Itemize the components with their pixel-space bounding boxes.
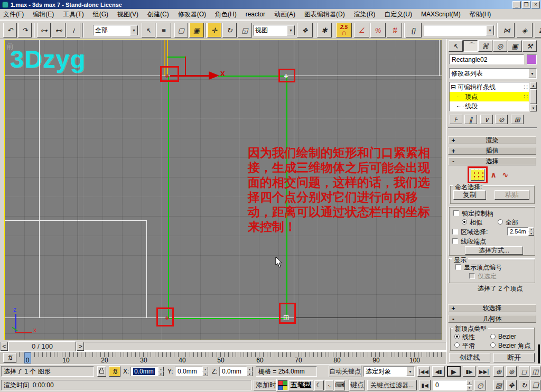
y-spinner[interactable]: ▲▼ — [202, 367, 208, 376]
object-name-field[interactable]: Rectangle02 — [449, 54, 524, 64]
spinner-snap-button[interactable]: ⇅ — [387, 23, 402, 38]
menu-item-character[interactable]: 角色(H) — [215, 10, 237, 19]
ime-fullwidth-moon-icon[interactable]: ☾ — [314, 380, 324, 390]
zoom-region-button[interactable]: ▧ — [493, 380, 504, 390]
menu-item-create[interactable]: 创建(C) — [147, 10, 169, 19]
key-filters-button[interactable]: 关键点过滤器... — [367, 380, 417, 390]
zoom-extents-button[interactable]: ◻ — [519, 366, 529, 377]
all-radio[interactable] — [498, 219, 503, 225]
tab-create[interactable]: ↖ — [449, 40, 463, 52]
reference-coordinate-dropdown[interactable]: 视图 ▼ — [253, 25, 295, 36]
restore-button[interactable]: ❐ — [522, 1, 530, 8]
rollout-geometry[interactable]: - 几何体 — [448, 315, 536, 323]
selection-set-dropdown[interactable]: 选定对象 ▼ — [363, 366, 415, 377]
menu-item-reactor[interactable]: reactor — [246, 11, 265, 18]
auto-key-button[interactable]: 自动关键点 — [329, 366, 361, 377]
modifier-list-dropdown[interactable]: 修改器列表 ▼ — [449, 68, 537, 79]
smooth-radio[interactable] — [454, 342, 460, 348]
go-to-start-button[interactable]: |◀◀ — [417, 366, 430, 377]
menu-item-modifiers[interactable]: 修改器(O) — [178, 10, 206, 19]
spline-subobject-button[interactable]: ∿ — [502, 170, 509, 180]
spin-up-icon[interactable]: ▲ — [467, 380, 472, 385]
alike-radio[interactable] — [462, 219, 467, 225]
area-selection-field[interactable]: 2.54m — [507, 227, 528, 236]
time-configuration-button[interactable]: ◷ — [474, 380, 486, 390]
select-by-name-button[interactable]: ≡ — [156, 23, 171, 38]
panel-scrollbar-thumb[interactable] — [538, 344, 540, 363]
z-coordinate-field[interactable]: 0.0mm — [219, 367, 247, 376]
zoom-button[interactable]: ⊕ — [493, 366, 504, 377]
ime-name-button[interactable]: 五笔型 — [288, 380, 313, 390]
create-line-button[interactable]: 创建线 — [449, 353, 490, 362]
angle-snap-button[interactable]: ∠ — [354, 23, 369, 38]
x-coordinate-field[interactable]: 0.0mm — [130, 367, 158, 376]
menu-item-maxscript[interactable]: MAXScript(M) — [421, 11, 461, 18]
play-button[interactable]: ▶ — [447, 366, 461, 377]
show-end-result-button[interactable]: ∥ — [464, 115, 477, 124]
transform-type-in-toggle[interactable]: ⇅ — [109, 366, 120, 377]
spline-edge-top[interactable] — [218, 76, 287, 77]
redo-button[interactable]: ↷ — [18, 23, 32, 38]
close-button[interactable]: × — [531, 1, 540, 8]
zoom-extents-all-button[interactable]: ◫ — [530, 366, 540, 377]
copy-button[interactable]: 复制 — [453, 190, 486, 200]
snap-toggle-button[interactable]: 2.5 ∩ — [336, 23, 352, 38]
spin-down-icon[interactable]: ▼ — [202, 371, 208, 376]
rollout-interpolation[interactable]: + 插值 — [448, 147, 536, 155]
tab-motion[interactable]: ◎ — [493, 40, 507, 52]
undo-button[interactable]: ↶ — [3, 23, 17, 38]
select-object-button[interactable]: ↖ — [142, 23, 155, 38]
stack-scroll-down[interactable]: ▼ — [530, 105, 537, 111]
tab-utilities[interactable]: ⚒ — [523, 40, 537, 52]
percent-snap-button[interactable]: % — [370, 23, 386, 38]
viewport-front[interactable]: 前 3Dzyg X + + + ⊞ — [4, 40, 442, 340]
paste-button[interactable]: 粘贴 — [495, 190, 529, 200]
select-and-manipulate-button[interactable]: ✱ — [317, 23, 332, 38]
chevron-down-icon[interactable]: ▼ — [528, 69, 536, 78]
frame-spinner[interactable]: ▲▼ — [467, 380, 472, 390]
spin-down-icon[interactable]: ▼ — [528, 231, 534, 236]
menu-item-help[interactable]: 帮助(H) — [470, 10, 491, 19]
select-and-scale-button[interactable]: ◱ — [238, 23, 252, 38]
time-slider-button[interactable]: 0 / 100 — [8, 341, 76, 351]
min-max-toggle-button[interactable]: ❏ — [530, 380, 540, 390]
next-frame-button[interactable]: ▮▶ — [463, 366, 475, 377]
x-spinner[interactable]: ▲▼ — [158, 367, 164, 376]
tab-hierarchy[interactable]: ⌘ — [478, 40, 492, 52]
menu-item-file[interactable]: 文件(F) — [3, 10, 24, 19]
menu-item-edit[interactable]: 编辑(E) — [33, 10, 54, 19]
stack-scrollbar-thumb[interactable] — [530, 89, 537, 104]
break-button[interactable]: 断开 — [493, 353, 535, 362]
configure-stack-button[interactable]: ⊞ — [511, 115, 524, 124]
tab-modify[interactable]: ⌒ — [463, 40, 478, 52]
rectangular-selection-region-button[interactable]: ▢ — [174, 23, 188, 38]
menu-item-rendering[interactable]: 渲染(R) — [354, 10, 376, 19]
selection-lock-toggle[interactable] — [97, 366, 106, 377]
stack-row-segment[interactable]: 线段 — [450, 101, 529, 111]
bind-to-space-warp-button[interactable]: ≀ — [67, 23, 80, 38]
current-frame-field[interactable]: 0 — [433, 380, 467, 390]
y-coordinate-field[interactable]: 0.0mm — [175, 367, 202, 376]
expand-box-icon[interactable]: ⊟ — [451, 83, 456, 91]
time-slider-prev[interactable]: < — [1, 342, 8, 351]
rollout-soft-selection[interactable]: + 软选择 — [448, 304, 536, 312]
window-crossing-toggle[interactable]: ▣ — [189, 23, 204, 38]
object-color-swatch[interactable] — [527, 54, 537, 64]
spin-up-icon[interactable]: ▲ — [528, 227, 534, 231]
rollout-selection[interactable]: - 选择 — [448, 157, 536, 165]
track-bar[interactable]: ⇅ 0 10 20 30 40 50 60 70 80 90 100 — [0, 351, 446, 364]
show-vertex-numbers-checkbox[interactable] — [455, 264, 461, 270]
rollout-render[interactable]: + 渲染 — [448, 136, 536, 144]
stack-scroll-up[interactable]: ▲ — [530, 82, 537, 89]
lock-handles-checkbox[interactable] — [453, 210, 459, 216]
menu-item-graph-editors[interactable]: 图表编辑器(D) — [304, 10, 345, 19]
ime-punctuation-icon[interactable]: ·, — [325, 380, 333, 390]
z-spinner[interactable]: ▲▼ — [247, 367, 253, 376]
set-key-button-partial[interactable]: 键点 — [349, 380, 365, 390]
mirror-button[interactable]: ⋈ — [499, 23, 515, 38]
segment-subobject-button[interactable]: ∧ — [490, 170, 497, 180]
key-mode-toggle[interactable]: ▮◀ — [419, 380, 431, 390]
spin-down-icon[interactable]: ▼ — [247, 371, 253, 376]
spin-down-icon[interactable]: ▼ — [467, 385, 472, 390]
go-to-end-button[interactable]: ▶▶| — [478, 366, 490, 377]
